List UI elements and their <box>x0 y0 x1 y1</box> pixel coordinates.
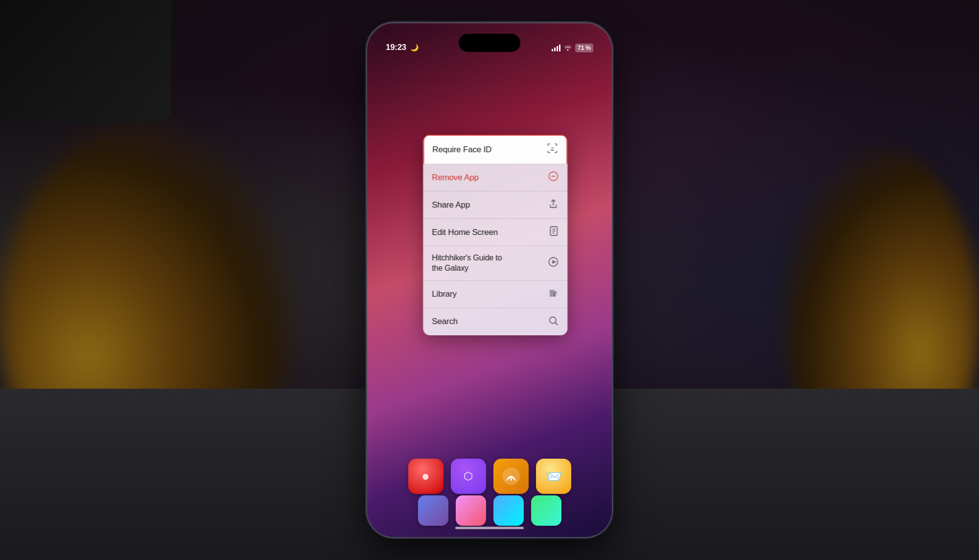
battery-indicator: 71 % <box>575 44 593 52</box>
search-label: Search <box>432 317 458 327</box>
status-time: 19:23 <box>386 43 406 52</box>
edit-home-screen-label: Edit Home Screen <box>432 228 498 237</box>
signal-bar-2 <box>554 47 556 51</box>
signal-bar-4 <box>559 45 560 51</box>
signal-bar-3 <box>557 46 558 51</box>
edit-home-screen-icon <box>549 226 559 239</box>
svg-marker-7 <box>552 260 556 264</box>
status-icons: 71 % <box>552 44 593 52</box>
app-icon-purple[interactable]: ⬡ <box>451 459 486 494</box>
app-icon-row2-2[interactable] <box>456 495 486 526</box>
share-app-icon <box>548 198 559 211</box>
wifi-icon <box>564 44 572 52</box>
phone-body: 19:23 🌙 <box>367 23 612 537</box>
menu-item-edit-home-screen[interactable]: Edit Home Screen <box>423 219 567 246</box>
menu-item-search[interactable]: Search <box>423 308 567 335</box>
menu-item-remove-app[interactable]: Remove App <box>423 164 567 191</box>
hitchhikers-guide-label: Hitchhiker's Guide tothe Galaxy <box>432 253 502 274</box>
app-icon-row2-3[interactable] <box>493 495 524 526</box>
library-icon <box>548 288 559 301</box>
home-apps-row <box>371 495 608 526</box>
signal-bar-1 <box>552 49 553 51</box>
signal-icon <box>552 45 560 51</box>
share-app-label: Share App <box>432 200 470 210</box>
status-bar: 19:23 🌙 <box>371 27 608 56</box>
app-icon-row2-1[interactable] <box>418 495 448 526</box>
app-icon-yellow[interactable]: 📨 <box>536 459 571 494</box>
battery-symbol: % <box>585 45 591 51</box>
remove-app-label: Remove App <box>432 173 478 183</box>
library-label: Library <box>432 289 457 299</box>
menu-item-require-face-id[interactable]: Require Face ID <box>423 135 567 164</box>
search-icon <box>548 315 559 328</box>
moon-icon: 🌙 <box>410 44 419 51</box>
remove-app-icon <box>548 171 559 184</box>
app-icon-red[interactable]: ● <box>408 459 443 494</box>
hitchhikers-guide-icon <box>548 257 559 270</box>
app-icon-row2-4[interactable] <box>531 495 561 526</box>
face-id-icon <box>546 142 558 157</box>
context-menu: Require Face ID <box>423 135 567 335</box>
require-face-id-label: Require Face ID <box>432 145 491 155</box>
svg-line-14 <box>555 323 558 325</box>
dock-area: ● ⬡ 📨 <box>371 459 608 494</box>
dark-object-topleft <box>0 0 171 122</box>
home-indicator <box>455 527 524 529</box>
battery-level: 71 <box>578 45 584 51</box>
phone: 19:23 🌙 <box>367 23 612 537</box>
menu-item-share-app[interactable]: Share App <box>423 191 567 219</box>
phone-screen: 19:23 🌙 <box>371 27 608 533</box>
menu-item-hitchhikers-guide[interactable]: Hitchhiker's Guide tothe Galaxy <box>423 246 567 281</box>
menu-item-library[interactable]: Library <box>423 281 567 308</box>
svg-point-13 <box>550 317 556 323</box>
app-icon-audible[interactable] <box>493 459 529 494</box>
